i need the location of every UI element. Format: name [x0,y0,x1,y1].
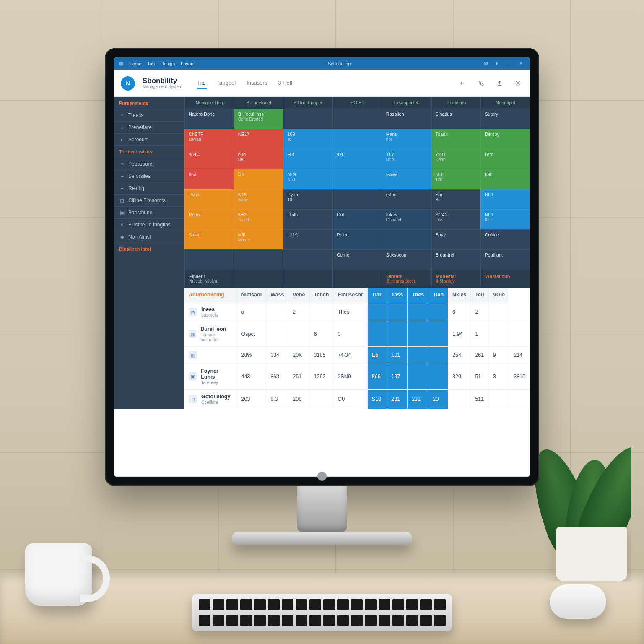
table-row[interactable]: ▥28%33420K318574∙34E51012542619214 [184,347,530,364]
table-column-header[interactable]: Thes [408,288,428,302]
heatmap-cell[interactable]: NL9Nod [283,169,332,189]
heatmap-cell[interactable]: B Heesl inssCone Dreded [234,109,283,129]
gear-icon[interactable] [512,78,523,89]
sidebar-item[interactable]: ▸Soreourt [114,133,184,145]
heatmap-cell[interactable] [184,249,234,270]
tab-3[interactable]: 3 Hetl [277,77,293,89]
heatmap-cell[interactable] [283,249,332,270]
titlebar-menu-2[interactable]: Design [161,61,175,66]
heatmap-cell[interactable]: Salae [184,229,234,249]
minimize-icon[interactable]: – [507,61,513,67]
heatmap-cell[interactable]: Dersoy [480,129,530,149]
heatmap-cell[interactable]: Brrd [480,149,530,169]
heatmap-cell[interactable]: Reon [184,209,234,229]
heatmap-cell[interactable]: Henshol [382,129,431,149]
heatmap-cell[interactable] [332,169,382,189]
heatmap-cell[interactable]: 169ild [283,129,332,149]
heatmap-cell[interactable]: Pulee [332,229,382,249]
table-column-header[interactable]: Tlau [367,288,387,302]
sidebar-item[interactable]: ◻Cilline Fitosorots [114,194,184,206]
heatmap-cell[interactable]: 7981Denol [431,149,481,169]
table-row[interactable]: ◻Gotol blogyCceilisre2038:3208G0S1028123… [184,390,530,409]
table-column-header[interactable]: Wass [266,288,288,302]
heatmap-cell[interactable]: Broantrel [431,249,481,270]
heatmap-cell[interactable]: Cerne [332,249,382,270]
heatmap-cell[interactable]: N1SIserou [234,189,283,209]
heatmap-cell[interactable]: 0nd [184,169,234,189]
heatmap-cell[interactable]: 470 [332,149,382,169]
table-column-header[interactable]: Tlah [428,288,448,302]
tab-1[interactable]: Tangeel [216,77,237,89]
table-column-header[interactable]: Vehe [288,288,309,302]
sidebar-item[interactable]: ✶Flust teuln Inngfins [114,218,184,231]
sidebar-item[interactable]: ◆Non Alnist [114,231,184,243]
share-icon[interactable] [457,78,468,89]
heatmap-cell[interactable]: ChSTPLaNan [184,129,234,149]
table-title-column[interactable]: Adurberllicing [184,288,237,302]
table-row[interactable]: ▣Foyner LunisTarereey44386326112622SN986… [184,364,530,390]
heatmap-cell[interactable]: Pyep10 [283,189,332,209]
heatmap-cell[interactable]: InlorsGabrent [382,209,431,229]
heatmap-cell[interactable]: H'nlh [283,209,332,229]
heatmap-cell[interactable]: Bayy [431,229,481,249]
heatmap-cell[interactable] [382,229,431,249]
tab-2[interactable]: Insusors [246,77,268,89]
table-column-header[interactable]: Tebeh [309,288,333,302]
heatmap-cell[interactable]: rafesl [382,189,431,209]
heatmap-cell[interactable]: MillMoorn [234,229,283,249]
heatmap-cell[interactable]: StoBe [431,189,481,209]
sidebar-item[interactable]: •Treetls [114,109,184,121]
heatmap-cell[interactable]: NL9 [480,189,530,209]
sidebar-item[interactable]: –Restirq [114,182,184,194]
heatmap-cell[interactable]: Onl [332,209,382,229]
heatmap-cell[interactable] [234,249,283,270]
heatmap-cell[interactable] [283,109,332,129]
heatmap-cell[interactable]: h0dDe [234,149,283,169]
heatmap-cell[interactable]: 484C [184,149,234,169]
heatmap-cell[interactable]: Sutery [480,109,530,129]
sidebar-item[interactable]: –Seforsiles [114,170,184,182]
heatmap-cell[interactable] [332,129,382,149]
heatmap-cell[interactable]: Nolt120 [431,169,481,189]
table-column-header[interactable]: Elousesor [333,288,367,302]
titlebar-menu-3[interactable]: Layout [181,61,195,66]
heatmap-cell[interactable]: Sexsocon [382,249,431,270]
heatmap-cell[interactable]: CuNce [480,229,530,249]
heatmap-cell[interactable] [332,189,382,209]
heatmap-cell[interactable]: L119 [283,229,332,249]
table-column-header[interactable]: VGle [488,288,509,302]
heatmap-cell[interactable]: NE17 [234,129,283,149]
table-column-header[interactable]: Nletsaol [237,288,266,302]
heatmap-cell[interactable]: Twse [184,189,234,209]
heatmap-cell[interactable]: SCA2Ofe [431,209,481,229]
heatmap-cell[interactable]: T67Dno [382,149,431,169]
sidebar-item[interactable]: ▣Bansthune [114,206,184,218]
table-row[interactable]: ◔Ineesbusorelsa2Thes62 [184,302,530,322]
heatmap-cell[interactable]: N±2Seald [234,209,283,229]
close-icon[interactable]: ✕ [519,61,525,67]
heatmap-cell[interactable]: Toadltl [431,129,481,149]
heatmap-cell[interactable]: 890 [480,169,530,189]
heatmap-cell[interactable]: Rosolien [382,109,431,129]
heatmap-cell[interactable] [332,109,382,129]
heatmap-cell[interactable]: Istres [382,169,431,189]
sidebar-item[interactable]: ○Brenetlare [114,121,184,133]
heatmap-cell[interactable]: Blo [234,169,283,189]
heatmap-cell[interactable]: Poutllant [480,249,530,270]
heatmap-cell[interactable]: Sinatius [431,109,481,129]
heatmap-cell[interactable]: NL901e [480,209,530,229]
sidebar-item[interactable]: ✶Poossoorel [114,158,184,170]
heatmap-cell[interactable]: H.4 [283,149,332,169]
mail-icon[interactable]: ✉ [484,61,490,67]
table-column-header[interactable]: Nkles [448,288,471,302]
table-column-header[interactable]: Tass [387,288,408,302]
upload-icon[interactable] [494,78,505,89]
tab-0[interactable]: Ind [197,77,207,89]
table-row[interactable]: ▥Durel leonTemoorl InstuetterOspct601.94… [184,322,530,347]
table-column-header[interactable]: Teu [471,288,488,302]
heatmap-cell[interactable]: Natero Done [184,109,234,129]
titlebar-menu-0[interactable]: Home [129,61,141,66]
phone-icon[interactable] [475,78,486,89]
chevron-down-icon[interactable]: ▾ [496,61,501,67]
titlebar-menu-1[interactable]: Tab [147,61,155,66]
